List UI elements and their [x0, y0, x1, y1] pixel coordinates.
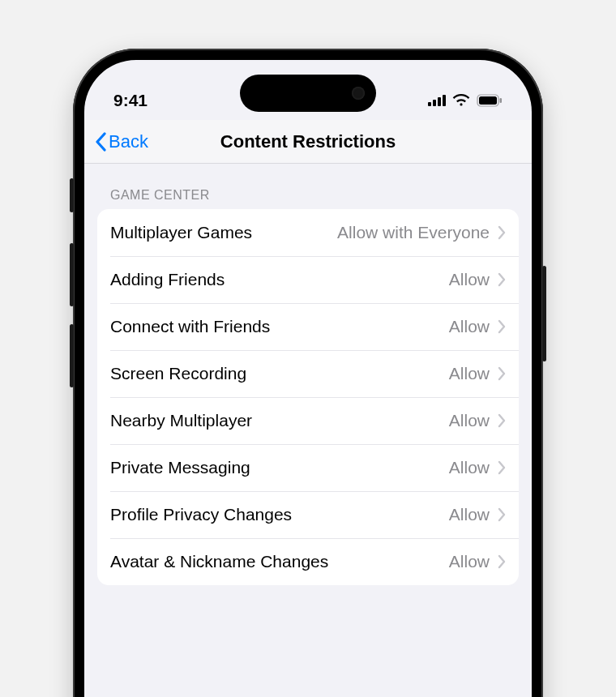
phone-frame: 9:41 Back Content Restrictions [73, 49, 543, 697]
chevron-left-icon [94, 132, 107, 152]
row-right: Allow [449, 458, 506, 477]
cellular-icon [428, 95, 446, 106]
row-right: Allow [449, 270, 506, 289]
settings-row[interactable]: Avatar & Nickname ChangesAllow [97, 538, 519, 585]
status-indicators [428, 94, 503, 107]
chevron-right-icon [498, 366, 506, 381]
row-label: Nearby Multiplayer [110, 411, 449, 430]
chevron-right-icon [498, 554, 506, 569]
row-label: Avatar & Nickname Changes [110, 552, 449, 571]
row-right: Allow [449, 364, 506, 383]
svg-rect-1 [479, 96, 497, 105]
row-right: Allow with Everyone [337, 223, 506, 242]
row-value: Allow [449, 317, 490, 336]
wifi-icon [452, 94, 470, 107]
content: GAME CENTER Multiplayer GamesAllow with … [84, 164, 532, 585]
chevron-right-icon [498, 272, 506, 287]
settings-row[interactable]: Nearby MultiplayerAllow [97, 397, 519, 444]
row-value: Allow [449, 270, 490, 289]
chevron-right-icon [498, 413, 506, 428]
row-value: Allow [449, 552, 490, 571]
row-value: Allow [449, 458, 490, 477]
back-label: Back [109, 131, 148, 152]
page-title: Content Restrictions [220, 131, 396, 152]
row-right: Allow [449, 552, 506, 571]
screen: 9:41 Back Content Restrictions [84, 60, 532, 697]
camera-icon [352, 87, 365, 100]
nav-bar: Back Content Restrictions [84, 120, 532, 164]
settings-list: Multiplayer GamesAllow with EveryoneAddi… [97, 209, 519, 585]
dynamic-island [240, 75, 376, 112]
status-time: 9:41 [113, 91, 148, 110]
settings-row[interactable]: Profile Privacy ChangesAllow [97, 491, 519, 538]
row-value: Allow [449, 364, 490, 383]
section-header: GAME CENTER [97, 164, 519, 209]
row-right: Allow [449, 317, 506, 336]
row-value: Allow [449, 505, 490, 524]
side-button [542, 266, 546, 361]
side-button [70, 178, 74, 212]
row-label: Profile Privacy Changes [110, 505, 449, 524]
svg-rect-2 [500, 98, 503, 103]
row-label: Private Messaging [110, 458, 449, 477]
row-label: Screen Recording [110, 364, 449, 383]
chevron-right-icon [498, 507, 506, 522]
battery-icon [477, 94, 503, 107]
settings-row[interactable]: Adding FriendsAllow [97, 256, 519, 303]
row-label: Adding Friends [110, 270, 449, 289]
settings-row[interactable]: Connect with FriendsAllow [97, 303, 519, 350]
row-right: Allow [449, 411, 506, 430]
chevron-right-icon [498, 460, 506, 475]
settings-row[interactable]: Screen RecordingAllow [97, 350, 519, 397]
row-value: Allow with Everyone [337, 223, 490, 242]
settings-row[interactable]: Private MessagingAllow [97, 444, 519, 491]
settings-row[interactable]: Multiplayer GamesAllow with Everyone [97, 209, 519, 256]
row-label: Connect with Friends [110, 317, 449, 336]
side-button [70, 243, 74, 306]
back-button[interactable]: Back [94, 131, 148, 152]
side-button [70, 324, 74, 387]
chevron-right-icon [498, 225, 506, 240]
row-value: Allow [449, 411, 490, 430]
chevron-right-icon [498, 319, 506, 334]
row-label: Multiplayer Games [110, 223, 337, 242]
row-right: Allow [449, 505, 506, 524]
